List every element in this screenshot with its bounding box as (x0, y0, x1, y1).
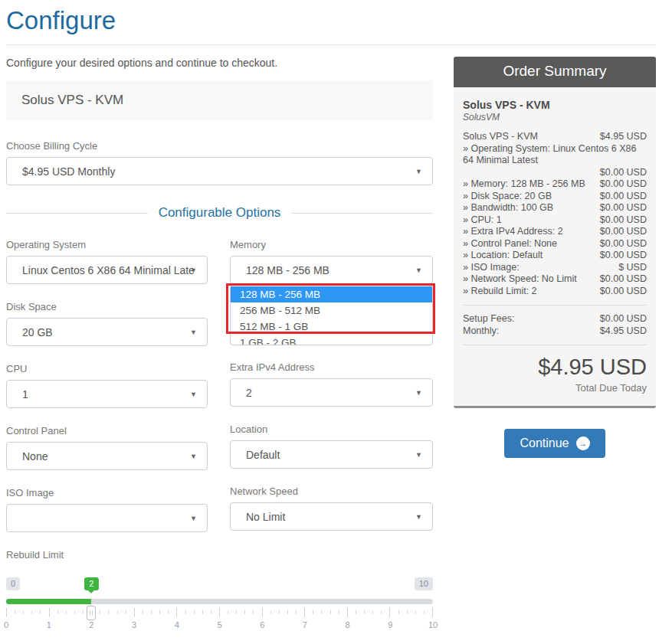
memory-dropdown-option[interactable]: 128 MB - 256 MB (231, 286, 432, 302)
total-row-price: $0.00 USD (600, 313, 647, 325)
slider-grid-label: 8 (346, 620, 350, 629)
summary-line-item: » Operating System: Linux Centos 6 X86 6… (463, 143, 647, 179)
continue-button[interactable]: Continue → (504, 429, 605, 458)
summary-line-item: » Memory: 128 MB - 256 MB $0.00 USD (463, 178, 647, 191)
line-item-label: » Operating System: Linux Centos 6 X86 6… (463, 143, 647, 167)
line-item-price: $0.00 USD (600, 250, 647, 262)
line-item-price: $0.00 USD (600, 286, 647, 298)
arrow-circle-right-icon: → (576, 436, 590, 450)
control-panel-select[interactable]: None ▼ (6, 442, 208, 470)
continue-button-label: Continue (520, 436, 569, 450)
line-item-price: $0.00 USD (600, 273, 647, 286)
order-summary-body: Solus VPS - KVM SolusVM Solus VPS - KVM … (454, 87, 656, 408)
control-panel-field: Control Panel None ▼ (6, 425, 208, 470)
slider-track[interactable] (6, 599, 433, 604)
configurable-options-heading: Configurable Options (6, 205, 433, 221)
line-item-label: » Disk Space: 20 GB (463, 191, 552, 203)
product-name: Solus VPS - KVM (21, 93, 123, 107)
slider-grid-label: 2 (89, 620, 93, 629)
slider-value-badge: 2 (84, 577, 98, 590)
chevron-down-icon: ▼ (190, 266, 197, 274)
line-item-price: $0.00 USD (600, 238, 647, 250)
extra-ipv4-label: Extra IPv4 Address (230, 361, 433, 373)
memory-field: Memory 128 MB - 256 MB ▼ 128 MB - 256 MB (230, 239, 433, 284)
billing-cycle-label: Choose Billing Cycle (6, 140, 433, 152)
slider-grid-label: 9 (388, 620, 392, 629)
slider-grid-label: 4 (175, 620, 179, 629)
network-speed-select[interactable]: No Limit ▼ (230, 502, 433, 531)
configure-page: Configure Configure your desired options… (0, 0, 659, 644)
line-item-price: $4.95 USD (600, 131, 647, 143)
memory-dropdown-option[interactable]: 512 MB - 1 GB (231, 319, 432, 335)
line-item-price: $0.00 USD (600, 167, 647, 179)
slider-grid-label: 7 (303, 620, 307, 629)
line-item-price: $0.00 USD (600, 214, 647, 227)
line-item-label: » Control Panel: None (463, 238, 557, 250)
memory-dropdown-option[interactable]: 256 MB - 512 MB (231, 302, 432, 319)
slider-handle[interactable] (87, 606, 96, 620)
operating-system-select[interactable]: Linux Centos 6 X86 64 Minimal Late ▼ (6, 256, 208, 284)
billing-cycle-field: Choose Billing Cycle $4.95 USD Monthly ▼ (6, 140, 433, 185)
extra-ipv4-field: Extra IPv4 Address 2 ▼ (230, 361, 433, 407)
summary-divider (463, 345, 647, 345)
order-summary-title: Order Summary (454, 57, 656, 87)
memory-select[interactable]: 128 MB - 256 MB ▼ (230, 256, 433, 284)
memory-label: Memory (230, 239, 433, 250)
location-value: Default (246, 449, 280, 461)
operating-system-value: Linux Centos 6 X86 64 Minimal Late (22, 264, 195, 276)
disk-space-label: Disk Space (6, 301, 208, 312)
billing-cycle-select[interactable]: $4.95 USD Monthly ▼ (6, 157, 433, 185)
operating-system-label: Operating System (6, 239, 208, 250)
chevron-down-icon: ▼ (190, 329, 197, 336)
options-grid: Operating System Linux Centos 6 X86 64 M… (6, 239, 433, 577)
summary-total-row: Monthly: $4.95 USD (463, 325, 647, 338)
line-item-price: $ USD (618, 262, 647, 274)
line-item-label: » ISO Image: (463, 262, 520, 274)
total-due-amount: $4.95 USD (463, 355, 647, 380)
line-item-price: $0.00 USD (600, 191, 647, 203)
summary-line-items: Solus VPS - KVM $4.95 USD » Operating Sy… (463, 131, 647, 297)
cpu-select[interactable]: 1 ▼ (6, 380, 208, 408)
slider-max-badge: 10 (415, 577, 433, 590)
line-item-label: Solus VPS - KVM (463, 131, 538, 143)
summary-line-item: Solus VPS - KVM $4.95 USD (463, 131, 647, 143)
chevron-down-icon: ▼ (415, 451, 422, 459)
extra-ipv4-select[interactable]: 2 ▼ (230, 378, 433, 407)
memory-dropdown-option[interactable]: 1 GB - 2 GB (231, 335, 432, 345)
disk-space-value: 20 GB (22, 326, 53, 338)
chevron-down-icon: ▼ (415, 513, 422, 521)
disk-space-field: Disk Space 20 GB ▼ (6, 301, 208, 346)
slider-min-badge: 0 (6, 577, 20, 590)
line-item-price: $0.00 USD (600, 178, 647, 191)
total-row-price: $4.95 USD (600, 325, 647, 338)
line-item-label: » CPU: 1 (463, 214, 502, 227)
line-item-label: » Location: Default (463, 250, 543, 262)
summary-line-item: » Network Speed: No Limit $0.00 USD (463, 273, 647, 286)
summary-totals: Setup Fees: $0.00 USD Monthly: $4.95 USD (463, 313, 647, 337)
main-column: Configure your desired options and conti… (6, 57, 433, 644)
slider-grid-label: 1 (47, 620, 51, 629)
cpu-value: 1 (22, 388, 28, 400)
disk-space-select[interactable]: 20 GB ▼ (6, 318, 208, 346)
location-label: Location (230, 423, 433, 435)
line-item-price: $0.00 USD (600, 202, 647, 214)
slider-grid-label: 3 (132, 620, 136, 629)
slider-ruler-minor-ticks (6, 610, 433, 614)
page-title: Configure (6, 6, 656, 35)
summary-line-item: » Control Panel: None $0.00 USD (463, 238, 647, 250)
chevron-down-icon: ▼ (190, 391, 197, 398)
summary-line-item: » ISO Image: $ USD (463, 262, 647, 274)
line-item-label: » Rebuild Limit: 2 (463, 286, 537, 298)
summary-line-item: » Extra IPv4 Address: 2 $0.00 USD (463, 226, 647, 238)
network-speed-value: No Limit (246, 511, 285, 523)
iso-image-label: ISO Image (6, 487, 208, 499)
total-row-label: Setup Fees: (463, 313, 514, 325)
memory-value: 128 MB - 256 MB (246, 264, 330, 276)
network-speed-label: Network Speed (230, 485, 433, 497)
chevron-down-icon: ▼ (415, 389, 422, 397)
slider-grid-label: 6 (260, 620, 264, 629)
summary-product-name: Solus VPS - KVM (463, 99, 647, 111)
iso-image-select[interactable]: ▼ (6, 504, 208, 532)
chevron-down-icon: ▼ (190, 453, 197, 460)
location-select[interactable]: Default ▼ (230, 440, 433, 469)
